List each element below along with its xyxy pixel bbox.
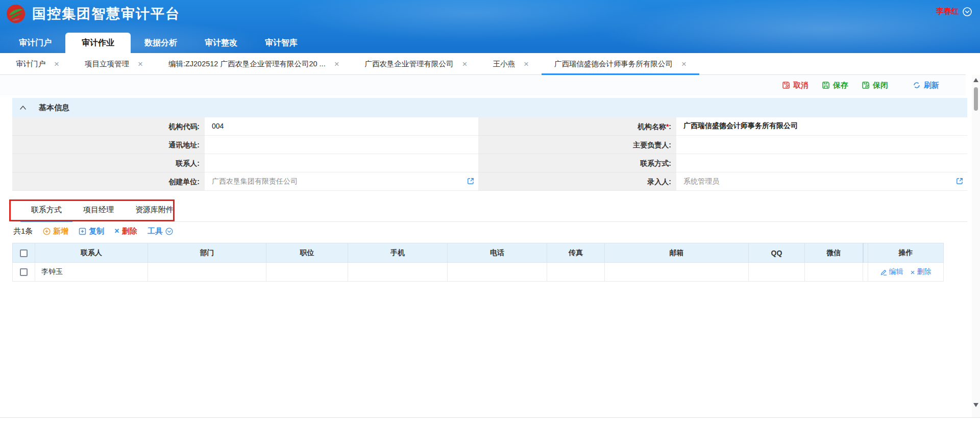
plus-circle-icon xyxy=(43,228,51,235)
close-icon[interactable]: × xyxy=(54,60,59,68)
field-org-name xyxy=(676,117,967,136)
doc-tab-label: 广西瑞信盛德会计师事务所有限公司 xyxy=(554,59,673,69)
external-link-icon[interactable] xyxy=(467,178,474,185)
collapse-caret-icon xyxy=(19,105,27,110)
contact-input[interactable] xyxy=(205,154,478,171)
scroll-up-icon[interactable] xyxy=(973,78,978,82)
select-all-checkbox[interactable] xyxy=(20,249,28,257)
col-qq: QQ xyxy=(749,243,805,263)
row-edit-button[interactable]: 编辑 xyxy=(880,267,903,276)
x-icon: × xyxy=(114,226,119,236)
principal-input[interactable] xyxy=(676,136,967,153)
cell-wechat xyxy=(805,263,863,282)
nav-item-data-analysis[interactable]: 数据分析 xyxy=(131,33,191,53)
basic-info-form: 机构代码: 机构名称*: 通讯地址: 主要负责人: 联系人: 联系方式: xyxy=(12,117,967,191)
select-all-cell xyxy=(13,243,35,263)
refresh-icon xyxy=(913,81,921,89)
basic-info-section-header[interactable]: 基本信息 xyxy=(12,98,967,117)
add-button[interactable]: 新增 xyxy=(43,226,68,236)
save-button[interactable]: 保存 xyxy=(822,81,848,90)
copy-label: 复制 xyxy=(89,226,104,236)
field-label-contact: 联系人: xyxy=(12,154,205,172)
doc-tab-label: 王小燕 xyxy=(493,59,516,69)
doc-tab-wang-xiaoyan[interactable]: 王小燕 × xyxy=(480,53,542,74)
close-icon[interactable]: × xyxy=(524,60,529,68)
section-title: 基本信息 xyxy=(39,103,69,113)
address-input[interactable] xyxy=(205,136,478,153)
user-name: 李春红 xyxy=(936,7,959,16)
external-link-icon[interactable] xyxy=(956,178,963,185)
edit-pencil-icon xyxy=(880,269,887,275)
col-position: 职位 xyxy=(266,243,348,263)
app-header: 国控集团智慧审计平台 李春红 审计门户 审计作业 数据分析 审计整改 审计智库 xyxy=(0,0,980,53)
field-entered-by: 系统管理员 xyxy=(676,172,967,191)
copy-icon xyxy=(79,228,86,235)
doc-tab-gx-nongken[interactable]: 广西农垦企业管理有限公司 × xyxy=(352,53,480,74)
col-actions: 操作 xyxy=(868,243,944,263)
org-name-input[interactable] xyxy=(676,117,967,135)
vertical-scrollbar[interactable] xyxy=(972,75,980,417)
col-email: 邮箱 xyxy=(605,243,749,263)
tab-resource-attachments[interactable]: 资源库附件 xyxy=(125,198,184,221)
tab-contact-methods[interactable]: 联系方式 xyxy=(20,198,72,221)
row-checkbox[interactable] xyxy=(20,268,28,276)
delete-label: 删除 xyxy=(122,226,137,236)
nav-item-audit-work[interactable]: 审计作业 xyxy=(65,33,131,53)
col-wechat: 微信 xyxy=(805,243,863,263)
col-mobile: 手机 xyxy=(348,243,448,263)
app-window: 国控集团智慧审计平台 李春红 审计门户 审计作业 数据分析 审计整改 审计智库 … xyxy=(0,0,980,428)
col-gap xyxy=(863,243,868,263)
cell-contact: 李钟玉 xyxy=(35,263,148,282)
field-contact-way xyxy=(676,154,967,172)
cancel-button[interactable]: 取消 xyxy=(782,81,808,90)
copy-button[interactable]: 复制 xyxy=(79,226,104,236)
nav-item-audit-rectification[interactable]: 审计整改 xyxy=(191,33,251,53)
cancel-label: 取消 xyxy=(793,81,808,90)
delete-button[interactable]: × 删除 xyxy=(114,226,137,236)
col-phone: 电话 xyxy=(448,243,547,263)
row-delete-label: 删除 xyxy=(917,267,931,276)
close-icon[interactable]: × xyxy=(138,60,143,68)
save-icon xyxy=(822,81,830,89)
close-icon[interactable]: × xyxy=(462,60,468,68)
col-contact: 联系人 xyxy=(35,243,148,263)
refresh-button[interactable]: 刷新 xyxy=(913,81,939,90)
doc-tab-ruixin-shengde[interactable]: 广西瑞信盛德会计师事务所有限公司 × xyxy=(542,53,699,74)
doc-tab-audit-portal[interactable]: 审计门户 × xyxy=(3,53,72,74)
close-icon[interactable]: × xyxy=(334,60,339,68)
main-content: 基本信息 机构代码: 机构名称*: 通讯地址: 主要负责人: 联系人: xyxy=(12,98,967,282)
field-create-org: 广西农垦集团有限责任公司 xyxy=(205,172,478,191)
tools-dropdown[interactable]: 工具 xyxy=(148,226,173,236)
scroll-down-icon[interactable] xyxy=(973,403,978,407)
close-icon[interactable]: × xyxy=(681,60,687,68)
cell-qq xyxy=(749,263,805,282)
add-label: 新增 xyxy=(53,226,68,236)
doc-tab-project-approval[interactable]: 项目立项管理 × xyxy=(72,53,156,74)
field-label-address: 通讯地址: xyxy=(12,136,205,154)
row-delete-button[interactable]: × 删除 xyxy=(911,267,932,276)
table-header-row: 联系人 部门 职位 手机 电话 传真 邮箱 QQ 微信 操作 xyxy=(13,243,944,263)
scrollbar-thumb[interactable] xyxy=(974,87,978,111)
document-tab-bar: 审计门户 × 项目立项管理 × 编辑:ZJ202512 广西农垦企业管理有限公司… xyxy=(0,53,966,75)
cell-actions: 编辑 × 删除 xyxy=(868,263,944,282)
field-org-code xyxy=(205,117,478,136)
save-close-button[interactable]: 保闭 xyxy=(862,81,888,90)
doc-tab-edit-project[interactable]: 编辑:ZJ202512 广西农垦企业管理有限公司20 ... × xyxy=(156,53,352,74)
user-menu[interactable]: 李春红 xyxy=(936,7,972,16)
cell-email xyxy=(605,263,749,282)
org-code-input[interactable] xyxy=(205,117,478,135)
cell-position xyxy=(266,263,348,282)
field-label-org-code: 机构代码: xyxy=(12,117,205,136)
company-logo-icon xyxy=(6,4,26,23)
cell-mobile xyxy=(348,263,448,282)
table-row: 李钟玉 xyxy=(13,263,944,282)
field-label-principal: 主要负责人: xyxy=(478,136,676,154)
nav-item-audit-portal[interactable]: 审计门户 xyxy=(5,33,65,53)
entered-by-value: 系统管理员 xyxy=(676,172,967,190)
nav-item-audit-knowledge[interactable]: 审计智库 xyxy=(251,33,311,53)
field-contact xyxy=(205,154,478,172)
contact-way-input[interactable] xyxy=(676,154,967,171)
field-address xyxy=(205,136,478,154)
contacts-table: 联系人 部门 职位 手机 电话 传真 邮箱 QQ 微信 操作 李钟玉 xyxy=(12,243,944,282)
tab-project-manager[interactable]: 项目经理 xyxy=(72,198,125,221)
